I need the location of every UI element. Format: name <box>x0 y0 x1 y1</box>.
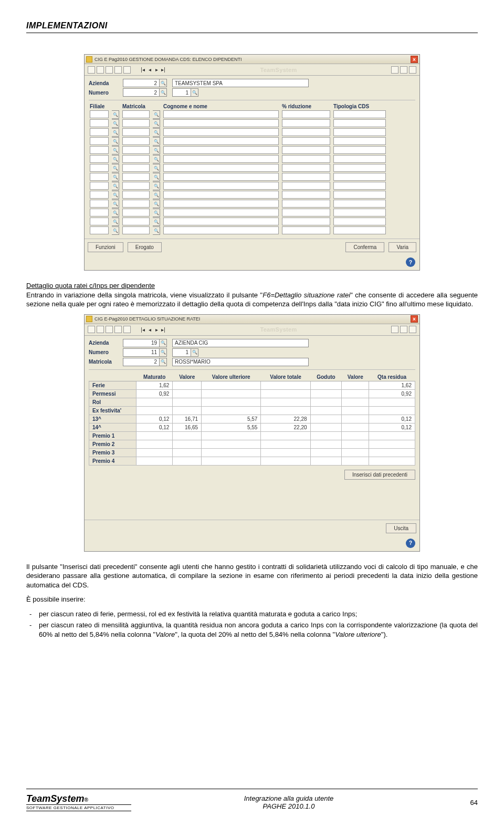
lookup-icon[interactable]: 🔍 <box>160 88 167 97</box>
table-row[interactable]: 🔍🔍 <box>89 218 415 226</box>
cell-value[interactable] <box>342 457 369 465</box>
nav-first-icon[interactable]: |◂ <box>140 327 145 332</box>
lookup-icon[interactable]: 🔍 <box>153 182 160 190</box>
grid-cell[interactable] <box>333 164 386 172</box>
grid-cell[interactable] <box>122 218 150 225</box>
grid-cell[interactable] <box>163 209 279 216</box>
nav-next-icon[interactable]: ▸ <box>154 327 159 332</box>
grid-cell[interactable] <box>90 226 109 234</box>
lookup-icon[interactable]: 🔍 <box>112 173 119 181</box>
cell-value[interactable]: 0,12 <box>136 415 173 423</box>
tool-icon-r1[interactable] <box>391 66 398 74</box>
grid-cell[interactable] <box>163 155 279 163</box>
help-icon[interactable]: ? <box>406 257 415 267</box>
lookup-icon[interactable]: 🔍 <box>112 191 119 199</box>
grid-cell[interactable] <box>282 173 330 181</box>
cell-value[interactable] <box>202 398 261 406</box>
cell-value[interactable] <box>342 440 369 448</box>
lookup-icon[interactable]: 🔍 <box>112 146 119 154</box>
grid-cell[interactable] <box>333 226 386 234</box>
lookup-icon[interactable]: 🔍 <box>153 173 160 181</box>
lookup-icon[interactable]: 🔍 <box>191 348 198 357</box>
cell-value[interactable] <box>173 381 202 389</box>
cell-value[interactable] <box>202 406 261 415</box>
grid-cell[interactable] <box>90 137 109 145</box>
grid-cell[interactable] <box>163 191 279 199</box>
lookup-icon[interactable]: 🔍 <box>112 128 119 137</box>
table-row[interactable]: 🔍🔍 <box>89 209 415 217</box>
grid-cell[interactable] <box>163 146 279 154</box>
tool-icon-3[interactable] <box>106 326 113 333</box>
grid-cell[interactable] <box>163 173 279 181</box>
lookup-icon[interactable]: 🔍 <box>112 137 119 146</box>
grid-cell[interactable] <box>333 200 386 208</box>
cell-value[interactable] <box>261 381 310 389</box>
tool-icon-4[interactable] <box>114 66 122 74</box>
lookup-icon[interactable]: 🔍 <box>112 200 119 208</box>
tool-icon-1[interactable] <box>88 66 95 74</box>
cell-value[interactable] <box>261 457 310 465</box>
grid-cell[interactable] <box>282 182 330 190</box>
table-row[interactable]: 🔍🔍 <box>89 137 415 146</box>
numero-input-1[interactable]: 2 <box>123 88 160 97</box>
cell-value[interactable] <box>369 406 415 415</box>
cell-value[interactable]: 16,71 <box>173 415 202 423</box>
grid-cell[interactable] <box>122 200 150 208</box>
erogato-button[interactable]: Erogato <box>128 242 162 252</box>
cell-value[interactable] <box>369 448 415 457</box>
grid-cell[interactable] <box>282 119 330 127</box>
tool-icon-r2[interactable] <box>400 326 407 333</box>
numero-input-2[interactable]: 1 <box>172 88 191 97</box>
cell-value[interactable] <box>173 448 202 457</box>
lookup-icon[interactable]: 🔍 <box>112 226 119 235</box>
grid-cell[interactable] <box>122 182 150 190</box>
grid-cell[interactable] <box>122 119 150 127</box>
cell-value[interactable] <box>342 431 369 440</box>
numero-input-1[interactable]: 11 <box>123 348 160 357</box>
grid-cell[interactable] <box>333 191 386 199</box>
cell-value[interactable]: 16,65 <box>173 423 202 431</box>
close-icon[interactable]: × <box>411 315 418 323</box>
cell-value[interactable] <box>136 448 173 457</box>
cell-value[interactable] <box>261 389 310 398</box>
table-row[interactable]: 🔍🔍 <box>89 119 415 128</box>
table-row[interactable]: 🔍🔍 <box>89 146 415 154</box>
grid-cell[interactable] <box>333 173 386 181</box>
cell-value[interactable] <box>369 440 415 448</box>
grid-cell[interactable] <box>122 137 150 145</box>
azienda-input[interactable]: 19 <box>123 339 160 347</box>
cell-value[interactable]: 0,12 <box>369 423 415 431</box>
cell-value[interactable]: 5,55 <box>202 423 261 431</box>
cell-value[interactable] <box>342 398 369 406</box>
nav-last-icon[interactable]: ▸| <box>161 67 166 73</box>
grid-cell[interactable] <box>282 164 330 172</box>
grid-cell[interactable] <box>333 146 386 154</box>
cell-value[interactable] <box>261 431 310 440</box>
lookup-icon[interactable]: 🔍 <box>153 137 160 146</box>
cell-value[interactable] <box>173 431 202 440</box>
cell-value[interactable] <box>310 398 342 406</box>
grid-cell[interactable] <box>333 119 386 127</box>
grid-cell[interactable] <box>282 209 330 216</box>
lookup-icon[interactable]: 🔍 <box>160 358 167 366</box>
lookup-icon[interactable]: 🔍 <box>112 164 119 172</box>
grid-cell[interactable] <box>163 218 279 225</box>
grid-cell[interactable] <box>282 226 330 234</box>
table-row[interactable]: 🔍🔍 <box>89 164 415 172</box>
cell-value[interactable] <box>310 431 342 440</box>
cell-value[interactable] <box>173 389 202 398</box>
cell-value[interactable] <box>310 457 342 465</box>
grid-cell[interactable] <box>163 128 279 136</box>
grid-cell[interactable] <box>163 182 279 190</box>
cell-value[interactable] <box>342 415 369 423</box>
grid-cell[interactable] <box>122 173 150 181</box>
cell-value[interactable] <box>342 381 369 389</box>
cell-value[interactable] <box>310 440 342 448</box>
grid-cell[interactable] <box>122 110 150 118</box>
cell-value[interactable] <box>173 440 202 448</box>
tool-icon-r2[interactable] <box>400 66 407 74</box>
grid-cell[interactable] <box>90 164 109 172</box>
cell-value[interactable] <box>202 389 261 398</box>
tool-icon-3[interactable] <box>106 66 113 74</box>
cell-value[interactable] <box>202 431 261 440</box>
